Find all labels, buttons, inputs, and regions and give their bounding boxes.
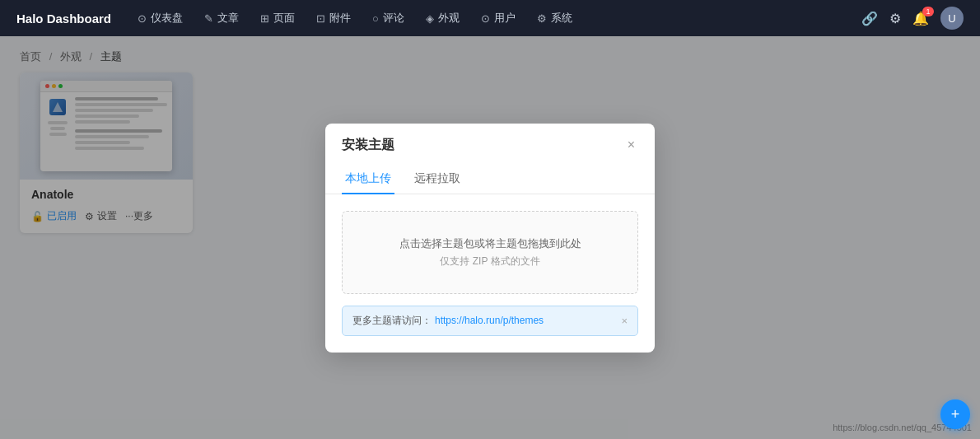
fab-button[interactable]: + — [940, 399, 970, 429]
upload-sub-text: 仅支持 ZIP 格式的文件 — [359, 255, 621, 269]
nav-items: ⊙仪表盘✎文章⊞页面⊡附件○评论◈外观⊙用户⚙系统 — [128, 6, 858, 30]
modal-tabs: 本地上传 远程拉取 — [325, 164, 655, 194]
upload-main-text: 点击选择主题包或将主题包拖拽到此处 — [359, 236, 621, 251]
nav-item-dashboard[interactable]: ⊙仪表盘 — [128, 6, 193, 30]
nav-item-users[interactable]: ⊙用户 — [471, 6, 525, 30]
info-bar-prefix: 更多主题请访问： — [352, 314, 432, 328]
tab-local-upload[interactable]: 本地上传 — [342, 165, 394, 194]
settings-icon-btn[interactable]: ⚙ — [889, 11, 901, 26]
link-icon-btn[interactable]: 🔗 — [861, 11, 878, 26]
tab-remote-pull[interactable]: 远程拉取 — [411, 165, 464, 194]
info-bar-close[interactable]: × — [621, 315, 628, 327]
nav-item-attachments[interactable]: ⊡附件 — [306, 6, 361, 30]
themes-link[interactable]: https://halo.run/p/themes — [435, 315, 544, 326]
avatar[interactable]: U — [940, 7, 964, 30]
install-theme-modal: 安装主题 × 本地上传 远程拉取 点击选择主题包或将主题包拖拽到此处 仅支持 Z… — [325, 124, 655, 353]
nav-item-pages[interactable]: ⊞页面 — [250, 6, 305, 30]
comments-icon: ○ — [372, 12, 379, 25]
page-background: 首页 / 外观 / 主题 — [0, 36, 980, 439]
modal-overlay: 安装主题 × 本地上传 远程拉取 点击选择主题包或将主题包拖拽到此处 仅支持 Z… — [0, 36, 980, 439]
users-icon: ⊙ — [481, 12, 490, 25]
nav-item-appearance[interactable]: ◈外观 — [416, 6, 469, 30]
system-icon: ⚙ — [537, 12, 547, 25]
modal-header: 安装主题 × — [325, 124, 655, 154]
modal-close-button[interactable]: × — [624, 137, 638, 153]
articles-icon: ✎ — [204, 12, 213, 25]
upload-dropzone[interactable]: 点击选择主题包或将主题包拖拽到此处 仅支持 ZIP 格式的文件 — [342, 211, 638, 294]
notification-icon-btn[interactable]: 🔔 1 — [912, 11, 929, 26]
nav-item-articles[interactable]: ✎文章 — [194, 6, 249, 30]
notification-badge: 1 — [922, 7, 934, 16]
dashboard-icon: ⊙ — [138, 12, 147, 25]
nav-item-system[interactable]: ⚙系统 — [527, 6, 582, 30]
modal-title: 安装主题 — [342, 137, 394, 154]
modal-body: 点击选择主题包或将主题包拖拽到此处 仅支持 ZIP 格式的文件 更多主题请访问：… — [325, 194, 655, 353]
info-bar-left: 更多主题请访问： https://halo.run/p/themes — [352, 314, 544, 328]
brand-logo[interactable]: Halo Dashboard — [16, 12, 111, 26]
pages-icon: ⊞ — [260, 12, 269, 25]
attachments-icon: ⊡ — [316, 12, 325, 25]
topnav-right: 🔗 ⚙ 🔔 1 U — [861, 7, 964, 30]
appearance-icon: ◈ — [426, 12, 434, 25]
themes-info-bar: 更多主题请访问： https://halo.run/p/themes × — [342, 306, 638, 336]
nav-item-comments[interactable]: ○评论 — [362, 6, 414, 30]
topnav: Halo Dashboard ⊙仪表盘✎文章⊞页面⊡附件○评论◈外观⊙用户⚙系统… — [0, 0, 980, 36]
